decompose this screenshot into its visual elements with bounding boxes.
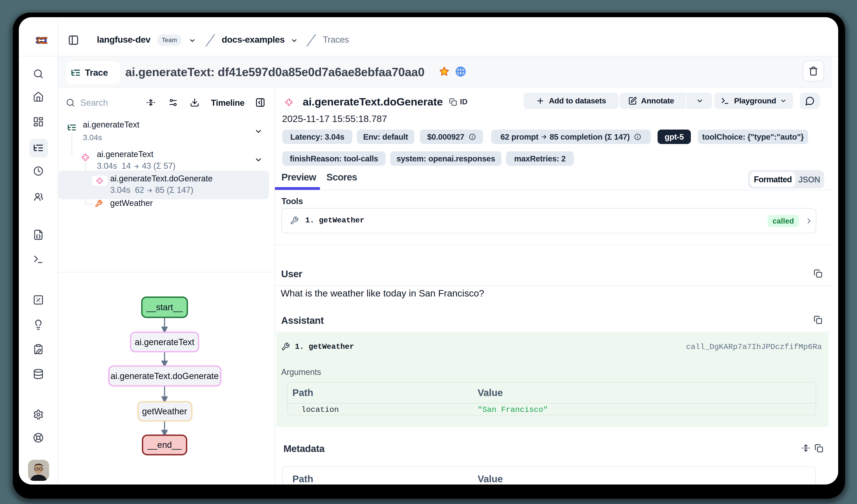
svg-text:__start__: __start__ [146, 302, 183, 312]
svg-text:ai.generateText.doGenerate: ai.generateText.doGenerate [111, 371, 218, 381]
svg-text:__end__: __end__ [147, 440, 182, 450]
svg-text:getWeather: getWeather [142, 406, 187, 416]
svg-text:ai.generateText: ai.generateText [135, 337, 195, 347]
